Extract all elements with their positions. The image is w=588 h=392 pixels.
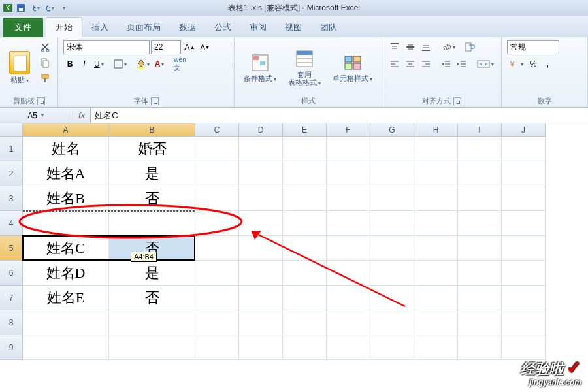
formula-input[interactable]: 姓名C (90, 108, 588, 123)
cell[interactable] (458, 211, 502, 236)
cell[interactable] (502, 286, 546, 310)
cell[interactable] (239, 186, 283, 211)
cell[interactable] (195, 261, 239, 286)
row-header[interactable]: 2 (0, 161, 23, 186)
align-bottom-icon[interactable] (419, 40, 433, 54)
row-header[interactable]: 5 (0, 236, 23, 261)
qat-customize-icon[interactable]: ▾ (57, 1, 71, 15)
align-right-icon[interactable] (419, 57, 433, 71)
cell[interactable] (370, 261, 414, 286)
name-box[interactable]: A5▼ (0, 111, 73, 120)
font-launcher-icon[interactable] (151, 97, 159, 105)
comma-icon[interactable]: , (541, 57, 554, 71)
cell[interactable] (327, 211, 370, 236)
cell[interactable] (458, 161, 502, 186)
cell[interactable] (502, 161, 546, 186)
tab-view[interactable]: 视图 (276, 18, 311, 37)
col-header[interactable]: B (109, 123, 195, 137)
fill-color-icon[interactable] (135, 57, 152, 71)
copy-icon[interactable] (38, 56, 52, 70)
clipboard-launcher-icon[interactable] (37, 97, 45, 105)
border-icon[interactable] (112, 57, 129, 71)
cell[interactable] (458, 286, 502, 310)
number-format-combo[interactable] (507, 40, 559, 54)
worksheet-grid[interactable]: A B C D E F G H I J 1姓名婚否 2姓名A是 3姓名B否 4 … (0, 123, 588, 392)
row-header[interactable]: 3 (0, 186, 23, 211)
tab-home[interactable]: 开始 (46, 17, 82, 37)
cell[interactable]: 是 (109, 261, 195, 286)
row-header[interactable]: 7 (0, 286, 23, 310)
format-as-table-button[interactable]: 套用 表格格式 (284, 40, 325, 95)
cell[interactable] (109, 335, 195, 360)
select-all-corner[interactable] (0, 123, 23, 137)
italic-button[interactable]: I (78, 57, 91, 71)
cell[interactable] (370, 186, 414, 211)
cell[interactable] (195, 335, 239, 360)
cell[interactable] (414, 211, 458, 236)
cell[interactable] (195, 186, 239, 211)
phonetic-icon[interactable]: wén文 (172, 57, 188, 71)
cell[interactable] (283, 137, 327, 161)
cell[interactable] (414, 161, 458, 186)
cell[interactable] (195, 310, 239, 335)
cell[interactable] (458, 236, 502, 261)
cell[interactable] (195, 161, 239, 186)
cell[interactable] (502, 261, 546, 286)
cell[interactable]: 否 (109, 286, 195, 310)
cell[interactable] (109, 310, 195, 335)
cell[interactable]: 婚否 (109, 137, 195, 161)
cell[interactable] (370, 211, 414, 236)
cell[interactable]: 姓名A (23, 161, 109, 186)
cell[interactable] (370, 335, 414, 360)
align-center-icon[interactable] (403, 57, 417, 71)
row-header[interactable]: 6 (0, 261, 23, 286)
cell[interactable] (239, 310, 283, 335)
cell[interactable] (370, 286, 414, 310)
percent-icon[interactable]: % (527, 57, 540, 71)
tab-formulas[interactable]: 公式 (205, 18, 240, 37)
cell[interactable] (195, 137, 239, 161)
align-launcher-icon[interactable] (453, 97, 461, 105)
col-header[interactable]: G (370, 123, 414, 137)
cell[interactable] (327, 236, 370, 261)
cell[interactable] (283, 236, 327, 261)
font-color-icon[interactable]: A (153, 57, 167, 71)
cell[interactable] (195, 236, 239, 261)
row-header[interactable]: 9 (0, 335, 23, 360)
cell[interactable] (327, 261, 370, 286)
tab-data[interactable]: 数据 (170, 18, 205, 37)
col-header[interactable]: E (283, 123, 327, 137)
cell[interactable] (502, 137, 546, 161)
cell[interactable] (458, 335, 502, 360)
cell[interactable] (327, 137, 370, 161)
wrap-text-icon[interactable] (463, 40, 480, 54)
cell[interactable] (370, 236, 414, 261)
save-icon[interactable] (14, 1, 27, 15)
cell[interactable] (109, 211, 195, 236)
tab-layout[interactable]: 页面布局 (118, 18, 170, 37)
orientation-icon[interactable]: ab (439, 40, 457, 54)
cell[interactable] (195, 286, 239, 310)
cell[interactable] (195, 211, 239, 236)
cell[interactable] (283, 286, 327, 310)
cell[interactable] (414, 286, 458, 310)
underline-button[interactable]: U (92, 57, 106, 71)
merge-center-icon[interactable] (475, 57, 496, 71)
cell[interactable] (283, 335, 327, 360)
cell[interactable] (458, 310, 502, 335)
fx-icon[interactable]: fx (73, 110, 90, 120)
cell[interactable] (327, 286, 370, 310)
redo-icon[interactable] (43, 1, 56, 15)
row-header[interactable]: 4 (0, 211, 23, 236)
cell[interactable] (502, 211, 546, 236)
cell[interactable] (370, 310, 414, 335)
cell[interactable] (502, 335, 546, 360)
cell[interactable]: 姓名B (23, 186, 109, 211)
cell[interactable]: 否 (109, 186, 195, 211)
col-header[interactable]: H (414, 123, 458, 137)
cell[interactable]: 是 (109, 161, 195, 186)
format-painter-icon[interactable] (38, 71, 52, 86)
cell[interactable] (414, 261, 458, 286)
cell[interactable] (327, 161, 370, 186)
cell[interactable] (23, 211, 109, 236)
